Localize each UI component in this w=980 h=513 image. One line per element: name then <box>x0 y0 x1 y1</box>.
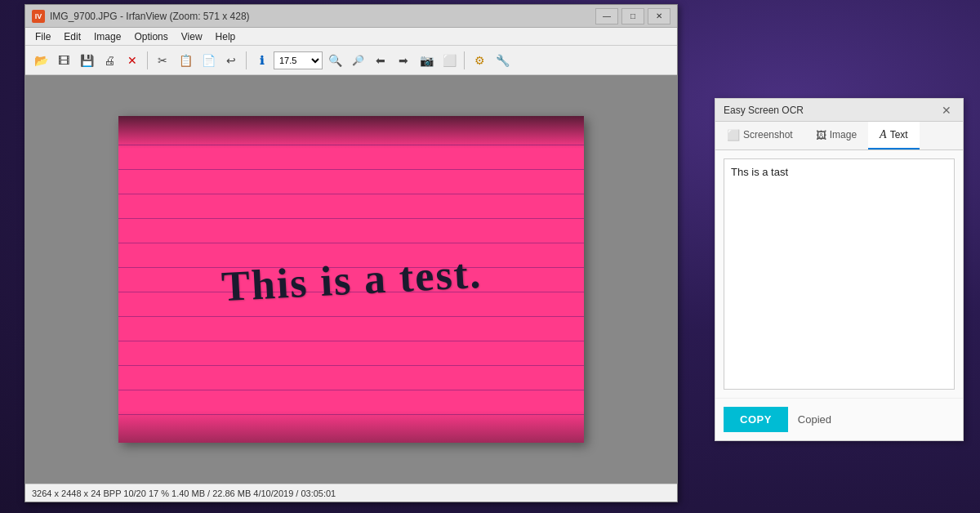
zoom-out-button[interactable]: 🔎 <box>347 50 368 71</box>
menu-image[interactable]: Image <box>87 29 127 44</box>
cut-button[interactable]: ✂ <box>152 50 173 71</box>
resize-button[interactable]: ⬜ <box>439 50 460 71</box>
ocr-footer: COPY Copied <box>715 398 963 440</box>
ocr-titlebar: Easy Screen OCR ✕ <box>715 99 963 122</box>
paste-button[interactable]: 📄 <box>198 50 219 71</box>
tab-text[interactable]: A Text <box>868 122 920 149</box>
next-button[interactable]: ➡ <box>393 50 414 71</box>
maximize-button[interactable]: □ <box>621 8 644 25</box>
ocr-close-button[interactable]: ✕ <box>938 102 955 118</box>
irfan-app-icon: IV <box>32 10 45 23</box>
image-tab-label: Image <box>830 129 857 141</box>
screenshot-tab-label: Screenshot <box>743 129 793 141</box>
status-text: 3264 x 2448 x 24 BPP 10/20 17 % 1.40 MB … <box>32 488 336 498</box>
note-line <box>118 365 584 366</box>
menu-help[interactable]: Help <box>209 29 243 44</box>
ocr-title: Easy Screen OCR <box>724 105 938 116</box>
window-controls: — □ ✕ <box>595 8 670 25</box>
close-button[interactable]: ✕ <box>648 8 670 25</box>
settings-button[interactable]: ⚙ <box>469 50 490 71</box>
effects-button[interactable]: 🔧 <box>492 50 513 71</box>
delete-button[interactable]: ✕ <box>122 50 143 71</box>
filmstrip-button[interactable]: 🎞 <box>53 50 74 71</box>
menu-view[interactable]: View <box>175 29 209 44</box>
note-line <box>118 194 584 194</box>
toolbar-separator-1 <box>147 51 148 69</box>
ocr-tab-bar: ⬜ Screenshot 🖼 Image A Text <box>715 122 963 150</box>
note-line <box>118 218 584 219</box>
zoom-in-button[interactable]: 🔍 <box>324 50 345 71</box>
toolbar-separator-3 <box>464 51 465 69</box>
undo-button[interactable]: ↩ <box>220 50 242 71</box>
note-line <box>118 243 584 243</box>
note-card-image: This is a test. <box>118 116 584 443</box>
menu-file[interactable]: File <box>29 29 57 44</box>
tab-image[interactable]: 🖼 Image <box>804 122 868 149</box>
menu-edit[interactable]: Edit <box>57 29 87 44</box>
note-line <box>118 390 584 390</box>
note-line <box>118 341 584 341</box>
ocr-content-area <box>715 150 963 398</box>
prev-button[interactable]: ⬅ <box>370 50 391 71</box>
irfan-titlebar: IV IMG_9700.JPG - IrfanView (Zoom: 571 x… <box>25 5 677 28</box>
note-line <box>118 316 584 317</box>
open-button[interactable]: 📂 <box>30 50 51 71</box>
info-button[interactable]: ℹ <box>251 50 272 71</box>
irfan-window: IV IMG_9700.JPG - IrfanView (Zoom: 571 x… <box>24 4 678 502</box>
copied-status: Copied <box>798 413 831 426</box>
print-button[interactable]: 🖨 <box>99 50 120 71</box>
text-tab-icon: A <box>880 128 887 141</box>
toolbar-separator-2 <box>246 51 247 69</box>
screenshot-tab-icon: ⬜ <box>727 129 740 141</box>
irfan-window-title: IMG_9700.JPG - IrfanView (Zoom: 571 x 42… <box>50 11 595 22</box>
text-tab-label: Text <box>890 129 908 141</box>
tab-screenshot[interactable]: ⬜ Screenshot <box>715 122 804 149</box>
copy-window-button[interactable]: 📷 <box>416 50 437 71</box>
note-line <box>118 145 584 145</box>
copy-image-button[interactable]: 📋 <box>175 50 196 71</box>
menu-options[interactable]: Options <box>127 29 174 44</box>
image-canvas: This is a test. <box>25 75 677 484</box>
note-line <box>118 169 584 170</box>
ocr-panel: Easy Screen OCR ✕ ⬜ Screenshot 🖼 Image A… <box>715 98 964 441</box>
zoom-select[interactable]: 17.5 <box>274 51 323 69</box>
ocr-result-textarea[interactable] <box>724 158 955 390</box>
toolbar: 📂 🎞 💾 🖨 ✕ ✂ 📋 📄 ↩ ℹ 17.5 🔍 🔎 ⬅ ➡ 📷 ⬜ ⚙ 🔧 <box>25 46 677 75</box>
image-tab-icon: 🖼 <box>816 129 826 141</box>
menu-bar: File Edit Image Options View Help <box>25 28 677 46</box>
minimize-button[interactable]: — <box>595 8 618 25</box>
save-button[interactable]: 💾 <box>76 50 97 71</box>
status-bar: 3264 x 2448 x 24 BPP 10/20 17 % 1.40 MB … <box>25 484 677 502</box>
copy-button[interactable]: COPY <box>724 407 788 432</box>
handwriting-text: This is a test. <box>220 248 483 310</box>
note-line <box>118 414 584 415</box>
